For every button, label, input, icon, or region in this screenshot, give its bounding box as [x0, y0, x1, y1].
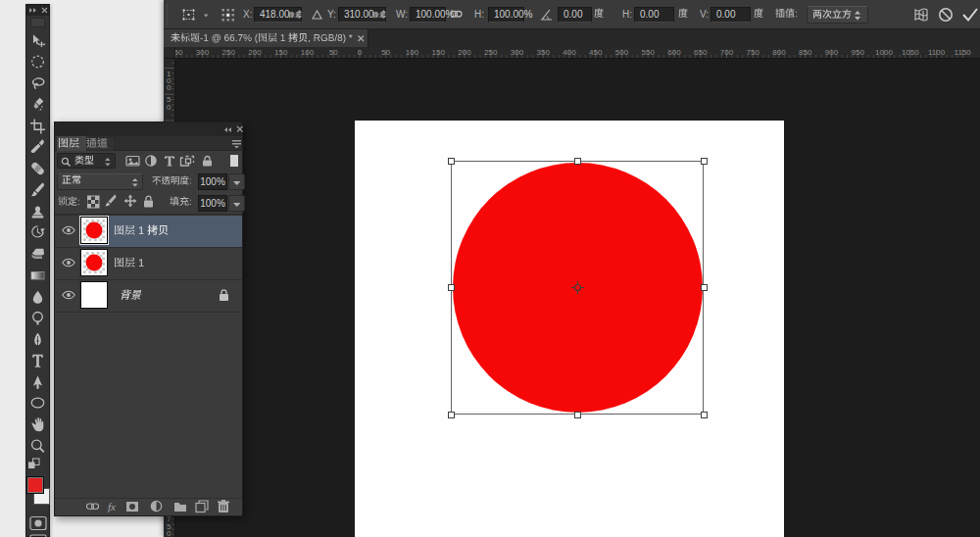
svg-text:0: 0	[167, 529, 172, 537]
svg-text:0: 0	[167, 103, 172, 112]
svg-text:0: 0	[358, 48, 363, 57]
svg-text:1050: 1050	[902, 48, 919, 57]
svg-text:1100: 1100	[928, 48, 946, 57]
svg-text:fx: fx	[108, 501, 116, 513]
svg-text:50: 50	[381, 48, 390, 57]
svg-text:0: 0	[167, 83, 172, 92]
svg-text:1150: 1150	[955, 48, 972, 57]
svg-text:50: 50	[329, 48, 338, 57]
svg-text:1000: 1000	[875, 48, 893, 57]
